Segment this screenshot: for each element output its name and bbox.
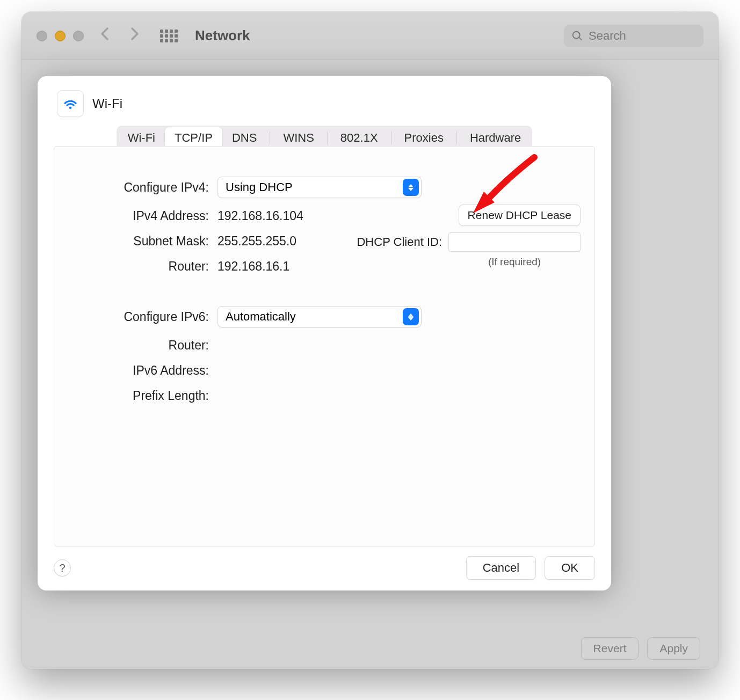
cancel-button[interactable]: Cancel (466, 556, 536, 580)
tab-proxies[interactable]: Proxies (395, 127, 453, 149)
renew-dhcp-lease-button[interactable]: Renew DHCP Lease (459, 205, 581, 226)
tab-hardware[interactable]: Hardware (460, 127, 531, 149)
configure-ipv6-value: Automatically (226, 310, 296, 324)
close-window-button[interactable] (37, 31, 47, 41)
configure-ipv4-value: Using DHCP (226, 180, 293, 194)
dhcp-client-id-label: DHCP Client ID: (357, 235, 442, 249)
tab-dns[interactable]: DNS (222, 127, 266, 149)
back-button[interactable] (96, 26, 114, 45)
ipv4-address-label: IPv4 Address: (69, 209, 209, 223)
tcpip-panel: Configure IPv4: Using DHCP IPv4 Address:… (54, 146, 595, 546)
router-ipv4-value: 192.168.16.1 (217, 259, 422, 274)
wifi-icon (57, 90, 84, 117)
ipv4-address-value: 192.168.16.104 (217, 209, 422, 223)
apply-button[interactable]: Apply (647, 637, 700, 660)
configure-ipv6-select[interactable]: Automatically (217, 306, 422, 327)
router-ipv6-label: Router: (69, 338, 209, 353)
show-all-icon[interactable] (160, 30, 178, 42)
window-title: Network (195, 27, 250, 44)
minimize-window-button[interactable] (55, 31, 66, 41)
window-toolbar: Network Search (21, 12, 719, 60)
dhcp-client-id-hint: (If required) (448, 256, 581, 268)
revert-button[interactable]: Revert (581, 637, 639, 660)
tab-8021x[interactable]: 802.1X (331, 127, 388, 149)
zoom-window-button[interactable] (73, 31, 84, 41)
window-bottom-bar: Revert Apply (21, 628, 719, 669)
dhcp-client-id-input[interactable] (448, 232, 581, 252)
router-ipv4-label: Router: (69, 259, 209, 274)
search-field[interactable]: Search (564, 25, 703, 47)
subnet-mask-label: Subnet Mask: (69, 234, 209, 249)
chevron-updown-icon (403, 179, 419, 196)
configure-ipv4-select[interactable]: Using DHCP (217, 177, 422, 198)
configure-ipv6-label: Configure IPv6: (69, 310, 209, 324)
preferences-window: Network Search Revert Apply Wi-Fi Wi-Fi … (21, 12, 719, 669)
chevron-updown-icon (403, 308, 419, 325)
prefix-length-label: Prefix Length: (69, 389, 209, 403)
ok-button[interactable]: OK (545, 556, 595, 580)
search-icon (571, 30, 583, 42)
help-button[interactable]: ? (54, 559, 71, 577)
tab-tcpip[interactable]: TCP/IP (165, 127, 222, 149)
forward-button[interactable] (126, 26, 144, 45)
sheet-title: Wi-Fi (92, 96, 122, 111)
search-placeholder: Search (589, 29, 626, 43)
traffic-lights (37, 31, 84, 41)
configure-ipv4-label: Configure IPv4: (69, 180, 209, 195)
ipv6-address-label: IPv6 Address: (69, 363, 209, 378)
wifi-advanced-sheet: Wi-Fi Wi-Fi TCP/IP DNS WINS 802.1X Proxi… (38, 76, 611, 590)
tab-wins[interactable]: WINS (273, 127, 323, 149)
tab-wifi[interactable]: Wi-Fi (118, 127, 165, 149)
